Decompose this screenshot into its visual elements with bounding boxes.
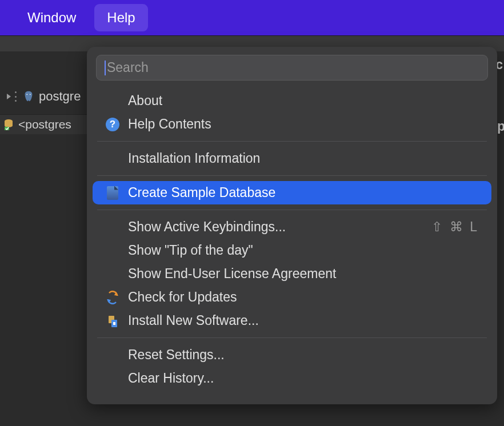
icon-slot (105, 348, 120, 363)
tree-item-postgres[interactable]: postgre (0, 86, 91, 107)
sidebar: postgre (0, 51, 91, 107)
icon-slot (105, 267, 120, 282)
clipped-text-mid: p (497, 119, 504, 134)
menu-item-show-tip-of-the-day[interactable]: Show "Tip of the day" (93, 239, 491, 262)
menu-divider (97, 337, 487, 338)
icon-slot (105, 243, 120, 258)
menu-item-installation-information[interactable]: Installation Information (93, 147, 491, 170)
menu-item-label: Reset Settings... (128, 347, 479, 363)
menu-item-check-for-updates[interactable]: Check for Updates (93, 286, 491, 309)
menu-item-label: Check for Updates (128, 290, 479, 305)
menubar: Window Help (0, 0, 504, 35)
menu-item-label: Create Sample Database (128, 185, 479, 200)
tree-item-label: postgre (39, 89, 81, 104)
menu-item-label: About (128, 93, 479, 108)
update-icon (105, 290, 120, 305)
svg-point-0 (26, 94, 27, 95)
menu-divider (97, 141, 487, 142)
connection-icon (3, 119, 14, 130)
menu-item-create-sample-database[interactable]: Create Sample Database (93, 181, 491, 204)
menu-item-label: Show Active Keybindings... (128, 219, 423, 235)
text-caret (105, 61, 106, 75)
connection-tab-label: <postgres (18, 118, 71, 131)
menu-item-show-active-keybindings[interactable]: Show Active Keybindings... ⇧ ⌘ L (93, 215, 491, 239)
icon-slot (105, 371, 120, 386)
menu-item-label: Install New Software... (128, 313, 479, 328)
install-icon (105, 314, 120, 328)
menu-item-clear-history[interactable]: Clear History... (93, 367, 491, 390)
menubar-item-window[interactable]: Window (15, 4, 89, 31)
menu-item-label: Installation Information (128, 151, 479, 166)
menu-item-label: Help Contents (128, 116, 479, 132)
help-dropdown-menu: About ? Help Contents Installation Infor… (87, 47, 497, 404)
menu-item-reset-settings[interactable]: Reset Settings... (93, 343, 491, 367)
postgres-icon (22, 90, 35, 103)
drag-handle-icon (15, 91, 18, 102)
menu-item-help-contents[interactable]: ? Help Contents (93, 112, 491, 136)
menu-item-label: Clear History... (128, 371, 479, 386)
connection-tab[interactable]: <postgres (0, 114, 91, 134)
document-icon (105, 186, 120, 200)
icon-slot (105, 220, 120, 235)
keyboard-shortcut: ⇧ ⌘ L (431, 219, 479, 235)
menubar-item-help[interactable]: Help (94, 4, 147, 31)
menu-divider (97, 175, 487, 176)
menu-divider (97, 210, 487, 210)
icon-slot (105, 151, 120, 166)
menu-search-box[interactable] (96, 55, 488, 81)
help-icon: ? (105, 117, 120, 132)
menu-item-about[interactable]: About (93, 89, 491, 112)
expand-arrow-icon[interactable] (7, 94, 11, 99)
menu-item-label: Show "Tip of the day" (128, 243, 479, 258)
menu-item-label: Show End-User License Agreement (128, 266, 479, 282)
icon-slot (105, 94, 120, 108)
svg-rect-8 (113, 322, 115, 325)
menu-item-show-eula[interactable]: Show End-User License Agreement (93, 262, 491, 286)
menu-search-input[interactable] (107, 60, 479, 75)
svg-point-1 (30, 94, 31, 95)
menu-item-install-new-software[interactable]: Install New Software... (93, 309, 491, 332)
